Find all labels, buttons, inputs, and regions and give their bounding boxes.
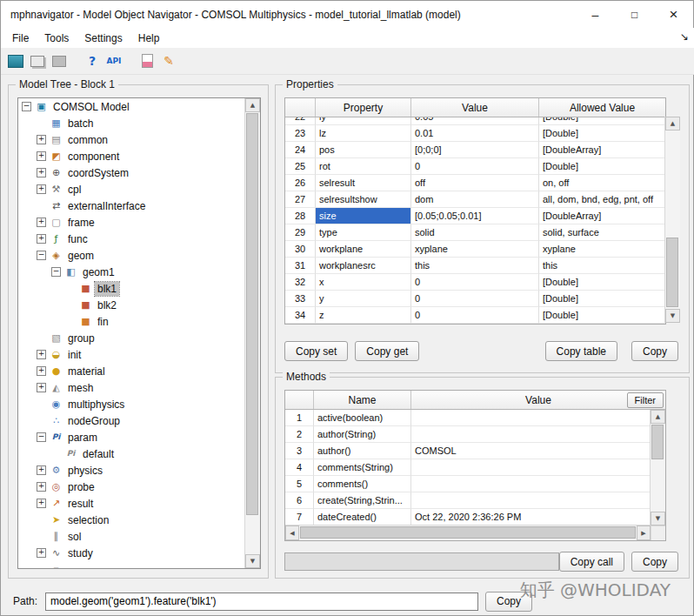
scroll-right-icon[interactable] [637,526,651,540]
row-number-cell[interactable]: 24 [285,142,316,158]
row-number-cell[interactable]: 7 [285,509,314,526]
row-number-cell[interactable]: 28 [285,208,316,224]
tree-item-physics[interactable]: +⚙physics [18,462,245,479]
tree-item-func[interactable]: +ƒfunc [18,231,245,247]
tree-item-study[interactable]: +∿study [18,545,245,561]
method-name-cell[interactable]: create(String,Strin... [314,492,411,509]
method-name-cell[interactable]: dateCreated() [314,509,411,526]
expand-icon[interactable]: + [37,135,46,144]
tree-item-common[interactable]: +▤common [18,131,245,148]
property-value-cell[interactable]: 0 [411,158,539,175]
copy-methods-button[interactable]: Copy [631,552,678,572]
property-name-cell[interactable]: workplanesrc [316,258,411,274]
tree-scrollbar[interactable] [244,98,260,568]
tree-item-param[interactable]: −Piparam [18,429,245,445]
property-name-cell[interactable]: workplane [316,241,411,258]
row-number-cell[interactable]: 27 [285,191,316,208]
expand-icon[interactable]: + [37,350,46,359]
method-name-cell[interactable]: comments(String) [314,459,411,476]
methods-hscrollbar-thumb[interactable] [300,526,636,539]
property-allowed-cell[interactable]: solid, surface [539,224,665,241]
methods-horizontal-scrollbar[interactable] [285,525,651,540]
expand-icon[interactable]: + [37,548,46,558]
row-number-cell[interactable]: 29 [285,224,316,241]
property-value-cell[interactable]: 0.05 [411,117,539,125]
property-allowed-cell[interactable]: [Double] [539,274,665,291]
expand-icon[interactable]: + [37,366,46,376]
tree-item-nodegroup[interactable]: ∴nodeGroup [18,412,245,429]
property-value-cell[interactable]: [0.05;0.05;0.01] [411,208,539,224]
property-value-cell[interactable]: [0;0;0] [411,142,539,158]
filter-button[interactable]: Filter [627,392,664,408]
method-name-cell[interactable]: author(String) [314,426,411,443]
report-button[interactable] [137,50,157,71]
expand-icon[interactable]: + [37,234,46,244]
scroll-up-icon[interactable] [665,117,680,131]
expand-icon[interactable]: + [37,482,46,492]
methods-scrollbar-thumb[interactable] [651,425,664,459]
property-value-cell[interactable]: off [411,175,539,191]
tree-item-comsol-model[interactable]: −▣COMSOL Model [18,98,245,115]
property-name-cell[interactable]: ly [316,117,411,125]
property-name-cell[interactable]: pos [316,142,411,158]
menu-tools[interactable]: Tools [37,30,77,47]
method-name-cell[interactable]: active(boolean) [314,410,411,426]
property-allowed-cell[interactable]: on, off [539,175,665,191]
property-allowed-cell[interactable]: [DoubleArray] [539,208,665,224]
maximize-button[interactable]: □ [615,1,654,28]
method-value-cell[interactable]: COMSOL [411,443,651,459]
method-value-cell[interactable] [411,459,651,476]
row-number-cell[interactable]: 1 [285,410,314,426]
expand-icon[interactable]: + [37,499,46,508]
scroll-down-icon[interactable] [651,512,665,526]
property-name-cell[interactable]: selresultshow [316,191,411,208]
property-value-cell[interactable]: 0 [411,307,539,324]
collapse-icon[interactable]: − [51,267,61,277]
property-value-cell[interactable]: solid [411,224,539,241]
property-name-cell[interactable]: rot [316,158,411,175]
menu-overflow-icon[interactable]: ↘ [680,30,689,43]
property-allowed-cell[interactable]: [Double] [539,291,665,307]
row-number-cell[interactable]: 2 [285,426,314,443]
help-button[interactable]: ? [82,50,103,71]
copy-set-button[interactable]: Copy set [284,341,348,361]
tree-item-selection[interactable]: ➤selection [18,512,245,528]
property-name-cell[interactable]: y [316,291,411,307]
tree-item-fin[interactable]: ■fin [18,313,245,330]
collapse-icon[interactable]: − [37,432,46,442]
tree-item-multiphysics[interactable]: ◉multiphysics [18,396,245,412]
properties-scrollbar[interactable] [664,117,680,323]
tree-item-init[interactable]: +◒init [18,346,245,363]
method-name-cell[interactable]: author() [314,443,411,459]
menu-file[interactable]: File [4,30,37,47]
property-value-cell[interactable]: 0.01 [411,125,539,142]
panel-button[interactable] [49,50,70,71]
tree-item-sol[interactable]: ∥sol [18,528,245,545]
property-allowed-cell[interactable]: all, dom, bnd, edg, pnt, off [539,191,665,208]
property-name-cell[interactable]: type [316,224,411,241]
scroll-up-icon[interactable] [651,410,665,424]
method-value-cell[interactable]: Oct 22, 2020 2:36:26 PM [411,509,651,526]
property-allowed-cell[interactable]: [Double] [539,117,665,125]
tree-item-group[interactable]: ▧group [18,330,245,346]
expand-icon[interactable]: + [37,218,46,227]
menu-help[interactable]: Help [130,30,168,47]
row-number-cell[interactable]: 4 [285,459,314,476]
property-name-cell[interactable]: selresult [316,175,411,191]
tree-item-component[interactable]: +◩component [18,148,245,164]
tree-item-coordsystem[interactable]: +⊕coordSystem [18,164,245,181]
row-number-cell[interactable]: 30 [285,241,316,258]
row-number-cell[interactable]: 5 [285,476,314,492]
expand-icon[interactable]: + [37,168,46,177]
row-number-cell[interactable]: 22 [285,117,316,125]
property-value-cell[interactable]: this [411,258,539,274]
copy-get-button[interactable]: Copy get [355,341,419,361]
tree-item-result[interactable]: +↗result [18,495,245,512]
property-value-cell[interactable]: 0 [411,274,539,291]
api-help-button[interactable]: API [103,50,124,71]
collapse-icon[interactable]: − [22,102,31,111]
properties-scrollbar-thumb[interactable] [666,238,678,307]
tree-item-blk1[interactable]: ■blk1 [18,280,245,297]
minimize-button[interactable]: – [576,1,615,28]
tree-item-geom1[interactable]: −◧geom1 [18,264,245,280]
